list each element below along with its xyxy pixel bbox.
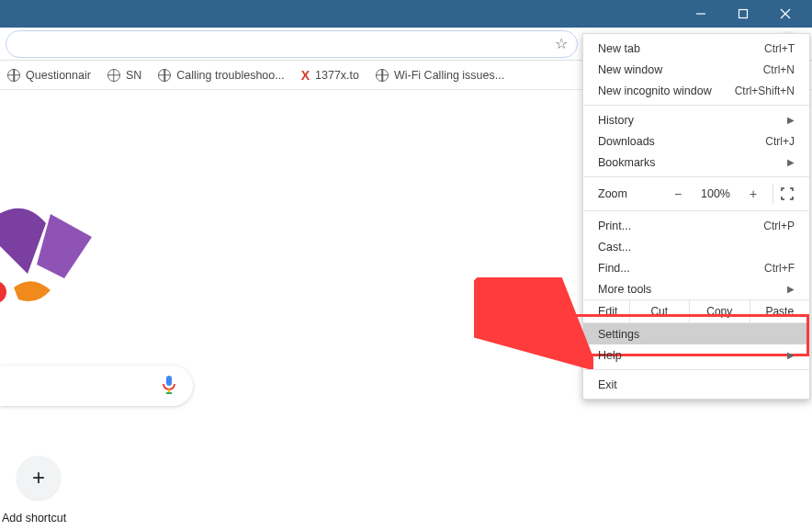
svg-rect-13 [166, 376, 172, 386]
menu-copy[interactable]: Copy [689, 300, 749, 322]
bookmark-label: Calling troubleshoo... [176, 69, 284, 82]
menu-zoom-label: Zoom [598, 187, 627, 200]
x-icon: X [301, 68, 310, 83]
globe-icon [107, 69, 120, 82]
menu-label: Help [598, 349, 622, 362]
menu-print[interactable]: Print... Ctrl+P [583, 215, 809, 236]
zoom-value: 100% [697, 187, 734, 200]
menu-label: Settings [598, 328, 639, 341]
menu-bookmarks[interactable]: Bookmarks ▶ [583, 152, 809, 173]
menu-settings[interactable]: Settings [583, 323, 809, 344]
menu-label: Bookmarks [598, 156, 656, 169]
menu-cut[interactable]: Cut [629, 300, 689, 322]
menu-zoom-row: Zoom − 100% + [583, 181, 809, 207]
globe-icon [7, 69, 20, 82]
add-shortcut-button[interactable]: + [17, 456, 61, 500]
menu-new-window[interactable]: New window Ctrl+N [583, 59, 809, 80]
bookmark-item[interactable]: Questionnair [7, 69, 91, 82]
menu-label: History [598, 114, 634, 127]
maximize-button[interactable] [722, 0, 764, 28]
bookmark-item[interactable]: X1377x.to [301, 68, 359, 83]
menu-label: Downloads [598, 135, 655, 148]
bookmark-item[interactable]: Calling troubleshoo... [158, 69, 284, 82]
menu-new-tab[interactable]: New tab Ctrl+T [583, 38, 809, 59]
menu-separator [583, 105, 809, 106]
globe-icon [158, 69, 171, 82]
google-search-box[interactable] [0, 366, 193, 406]
menu-separator [583, 369, 809, 370]
menu-separator [583, 176, 809, 177]
add-shortcut-label: Add shortcut [2, 512, 66, 524]
google-doodle[interactable] [0, 191, 101, 310]
menu-shortcut: Ctrl+J [765, 135, 795, 148]
bookmark-item[interactable]: SN [107, 69, 141, 82]
menu-history[interactable]: History ▶ [583, 109, 809, 130]
submenu-arrow-icon: ▶ [787, 350, 795, 360]
menu-label: Exit [598, 378, 617, 391]
menu-shortcut: Ctrl+Shift+N [735, 85, 795, 97]
menu-exit[interactable]: Exit [583, 374, 809, 395]
bookmark-star-icon[interactable]: ☆ [555, 35, 568, 52]
minimize-button[interactable] [680, 0, 722, 28]
menu-downloads[interactable]: Downloads Ctrl+J [583, 130, 809, 152]
omnibox[interactable]: ☆ [6, 30, 578, 58]
menu-help[interactable]: Help ▶ [583, 344, 809, 366]
bookmark-item[interactable]: Wi-Fi Calling issues... [376, 69, 504, 82]
menu-shortcut: Ctrl+N [763, 63, 795, 76]
menu-label: Print... [598, 220, 631, 232]
menu-separator [583, 210, 809, 211]
zoom-in-button[interactable]: + [743, 186, 763, 201]
submenu-arrow-icon: ▶ [787, 115, 795, 125]
bookmark-label: SN [126, 69, 141, 82]
menu-find[interactable]: Find... Ctrl+F [583, 257, 809, 278]
menu-edit-label: Edit [583, 300, 629, 322]
bookmark-label: 1377x.to [315, 69, 359, 82]
zoom-out-button[interactable]: − [668, 186, 688, 201]
bookmark-label: Wi-Fi Calling issues... [394, 69, 504, 82]
menu-label: New incognito window [598, 85, 712, 97]
menu-new-incognito[interactable]: New incognito window Ctrl+Shift+N [583, 80, 809, 101]
menu-shortcut: Ctrl+T [764, 42, 795, 55]
close-button[interactable] [764, 0, 806, 28]
menu-label: Find... [598, 262, 630, 275]
menu-label: New window [598, 63, 662, 76]
menu-paste[interactable]: Paste [750, 300, 809, 322]
fullscreen-button[interactable] [773, 184, 800, 204]
svg-rect-1 [739, 10, 748, 18]
menu-more-tools[interactable]: More tools ▶ [583, 278, 809, 299]
menu-edit-row: Edit Cut Copy Paste [583, 299, 809, 323]
menu-shortcut: Ctrl+F [764, 262, 795, 275]
svg-point-11 [0, 281, 6, 303]
menu-label: More tools [598, 283, 651, 296]
window-titlebar [0, 0, 812, 28]
menu-label: New tab [598, 42, 640, 55]
voice-search-icon[interactable] [162, 375, 176, 398]
submenu-arrow-icon: ▶ [787, 157, 795, 167]
plus-icon: + [32, 465, 45, 491]
menu-cast[interactable]: Cast... [583, 236, 809, 257]
bookmark-label: Questionnair [26, 69, 91, 82]
menu-shortcut: Ctrl+P [763, 220, 795, 232]
globe-icon [376, 69, 389, 82]
menu-label: Cast... [598, 241, 631, 254]
submenu-arrow-icon: ▶ [787, 284, 795, 294]
chrome-main-menu: New tab Ctrl+T New window Ctrl+N New inc… [582, 33, 810, 400]
